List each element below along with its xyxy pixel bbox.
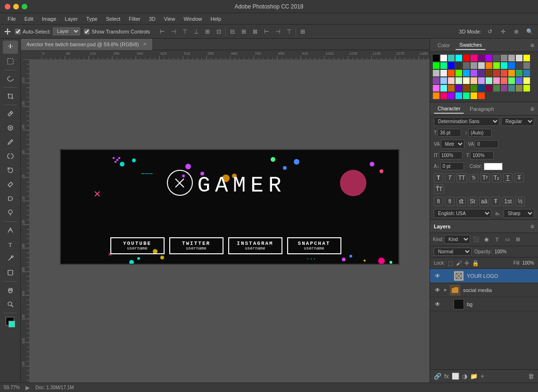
show-transform-group[interactable]: Show Transform Controls — [84, 29, 150, 34]
swatch[interactable] — [455, 77, 462, 84]
character-options-icon[interactable]: ≡ — [530, 105, 534, 113]
swatch[interactable] — [440, 85, 447, 92]
lock-all-icon[interactable]: 🔒 — [472, 260, 479, 267]
add-adjustment-icon[interactable]: ◑ — [462, 373, 467, 380]
tab-color[interactable]: Color — [434, 41, 454, 50]
clone-tool[interactable] — [3, 150, 18, 163]
swatch[interactable] — [486, 62, 492, 69]
swatch[interactable] — [440, 92, 447, 99]
leading-input[interactable] — [468, 129, 492, 137]
language-select[interactable]: English: USA — [434, 209, 491, 218]
tab-swatches[interactable]: Swatches — [455, 41, 486, 50]
swatch[interactable] — [508, 62, 515, 69]
path-selection-tool[interactable] — [3, 252, 18, 265]
swatch[interactable] — [448, 92, 455, 99]
swatch[interactable] — [471, 55, 477, 61]
align-bottom-icon[interactable]: ⊡ — [214, 27, 223, 36]
healing-tool[interactable] — [3, 121, 18, 134]
distribute-center-h-icon[interactable]: ⊞ — [239, 27, 248, 36]
swatch[interactable] — [455, 92, 462, 99]
align-center-v-icon[interactable]: ⊞ — [203, 27, 212, 36]
swatch[interactable] — [493, 85, 500, 92]
layer-expand-social[interactable]: ▶ — [444, 288, 447, 292]
auto-select-dropdown[interactable]: Layer Group — [53, 27, 80, 35]
eyedropper-tool[interactable] — [3, 107, 18, 120]
document-tab[interactable]: 4vector free twitch banner.psd @ 59.8% (… — [21, 39, 153, 50]
add-layer-icon[interactable]: + — [480, 373, 484, 380]
smart-filter-icon[interactable]: ⊞ — [513, 235, 522, 244]
swatch[interactable] — [471, 62, 477, 69]
menu-select[interactable]: Select — [102, 15, 124, 23]
character-color-swatch[interactable] — [484, 163, 503, 170]
swatch[interactable] — [433, 70, 439, 76]
menu-file[interactable]: File — [4, 15, 20, 23]
background-color[interactable] — [8, 321, 15, 327]
swatch[interactable] — [486, 77, 492, 84]
distribute-center-v-icon[interactable]: ⊣ — [273, 27, 282, 36]
search-icon[interactable]: 🔍 — [525, 27, 534, 36]
type-tool[interactable]: T — [3, 238, 18, 251]
swatch[interactable] — [463, 85, 470, 92]
swatch[interactable] — [508, 85, 515, 92]
layer-your-logo[interactable]: 👁 YOUR LOGO — [430, 269, 538, 283]
swatch[interactable] — [478, 85, 485, 92]
swatch[interactable] — [448, 85, 455, 92]
style-strikethrough2[interactable]: T — [514, 173, 524, 183]
swatch[interactable] — [523, 85, 530, 92]
swatch[interactable] — [463, 77, 470, 84]
lock-image-icon[interactable]: 🖌 — [456, 260, 462, 267]
kerning-select[interactable]: Metrics Optical — [441, 140, 464, 149]
swatch[interactable] — [455, 70, 462, 76]
traffic-lights[interactable] — [5, 4, 27, 9]
color-chips[interactable] — [3, 316, 18, 329]
swatch[interactable] — [463, 62, 470, 69]
menu-image[interactable]: Image — [38, 15, 60, 23]
menu-layer[interactable]: Layer — [61, 15, 82, 23]
maximize-button[interactable] — [22, 4, 27, 9]
swatch[interactable] — [448, 70, 455, 76]
style-old-ligature[interactable]: ﬁ — [445, 197, 455, 206]
show-transform-checkbox[interactable] — [84, 29, 90, 34]
swatch[interactable] — [440, 70, 447, 76]
swatch[interactable] — [508, 70, 515, 76]
add-group-icon[interactable]: 📁 — [470, 373, 478, 380]
crop-tool[interactable] — [3, 90, 18, 103]
tab-character[interactable]: Character — [434, 104, 464, 114]
add-mask-icon[interactable]: ⬜ — [452, 373, 459, 380]
link-layers-icon[interactable]: 🔗 — [434, 373, 441, 380]
style-aa[interactable]: aā — [479, 197, 489, 206]
font-style-dropdown[interactable]: Regular — [501, 117, 534, 126]
tab-paragraph[interactable]: Paragraph — [466, 105, 497, 113]
swatch[interactable] — [516, 77, 522, 84]
swatch[interactable] — [478, 62, 485, 69]
swatch[interactable] — [433, 92, 439, 99]
horizontal-scale-input[interactable] — [470, 151, 494, 159]
swatch[interactable] — [501, 77, 507, 84]
distribute-top-icon[interactable]: ⊢ — [262, 27, 271, 36]
swatch[interactable] — [433, 77, 439, 84]
swatch[interactable] — [493, 62, 500, 69]
swatch[interactable] — [448, 62, 455, 69]
swatch[interactable] — [478, 55, 485, 61]
layer-bg[interactable]: 👁 bg — [430, 297, 538, 311]
swatch[interactable] — [501, 62, 507, 69]
add-layer-style-icon[interactable]: fx — [444, 373, 449, 380]
style-subscript[interactable]: T₂ — [492, 173, 501, 183]
layer-kind-select[interactable]: Kind — [444, 235, 470, 244]
menu-window[interactable]: Window — [180, 15, 206, 23]
swatch[interactable] — [471, 77, 477, 84]
swatch[interactable] — [455, 85, 462, 92]
menu-type[interactable]: Type — [83, 15, 101, 23]
swatch[interactable] — [433, 55, 439, 61]
style-underline[interactable]: T — [503, 173, 513, 183]
close-button[interactable] — [5, 4, 10, 9]
menu-view[interactable]: View — [160, 15, 179, 23]
swatch[interactable] — [508, 77, 515, 84]
swatch[interactable] — [463, 55, 470, 61]
swatch[interactable] — [471, 92, 477, 99]
swatch[interactable] — [471, 70, 477, 76]
layer-visibility-your-logo[interactable]: 👁 — [434, 272, 441, 280]
swatch[interactable] — [493, 55, 500, 61]
style-alternate[interactable]: ﬆ — [456, 197, 466, 206]
lock-transparent-icon[interactable]: ⬚ — [448, 260, 453, 267]
